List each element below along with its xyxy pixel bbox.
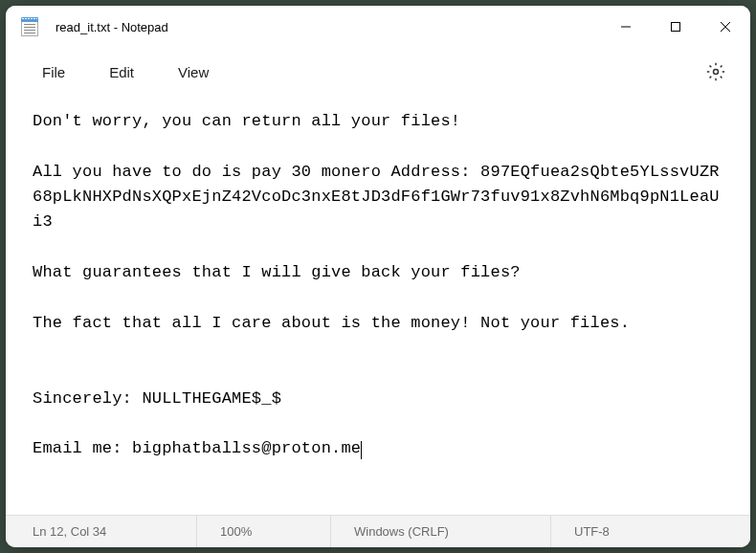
menu-view[interactable]: View [159, 56, 228, 88]
status-line-ending: Windows (CRLF) [331, 516, 551, 547]
close-button[interactable] [700, 6, 750, 48]
window-controls [601, 6, 750, 48]
text-line: The fact that all I care about is the mo… [33, 314, 630, 332]
gear-icon [706, 62, 725, 81]
minimize-icon [620, 21, 632, 33]
status-position: Ln 12, Col 34 [6, 516, 197, 547]
status-zoom: 100% [197, 516, 331, 547]
close-icon [720, 21, 731, 33]
menu-edit[interactable]: Edit [90, 56, 153, 88]
menu-file[interactable]: File [23, 56, 84, 88]
window-title: read_it.txt - Notepad [56, 20, 601, 34]
settings-button[interactable] [699, 55, 733, 89]
status-encoding: UTF-8 [551, 516, 750, 547]
svg-rect-1 [672, 23, 680, 32]
titlebar[interactable]: read_it.txt - Notepad [6, 6, 750, 48]
notepad-icon [21, 17, 38, 36]
minimize-button[interactable] [601, 6, 651, 48]
text-line: What guarantees that I will give back yo… [33, 263, 521, 281]
text-editor[interactable]: Don't worry, you can return all your fil… [6, 96, 750, 515]
menubar: File Edit View [6, 48, 750, 96]
text-line: Don't worry, you can return all your fil… [33, 112, 460, 130]
text-caret [361, 441, 362, 459]
statusbar: Ln 12, Col 34 100% Windows (CRLF) UTF-8 [6, 515, 750, 547]
notepad-window: read_it.txt - Notepad File Edit View Don… [6, 6, 750, 547]
text-line: All you have to do is pay 30 monero Addr… [33, 163, 720, 232]
text-line: Email me: bigphatballss@proton.me [33, 439, 361, 457]
maximize-icon [670, 21, 681, 33]
maximize-button[interactable] [651, 6, 700, 48]
svg-point-4 [714, 70, 719, 75]
text-line: Sincerely: NULLTHEGAME$_$ [33, 389, 281, 408]
